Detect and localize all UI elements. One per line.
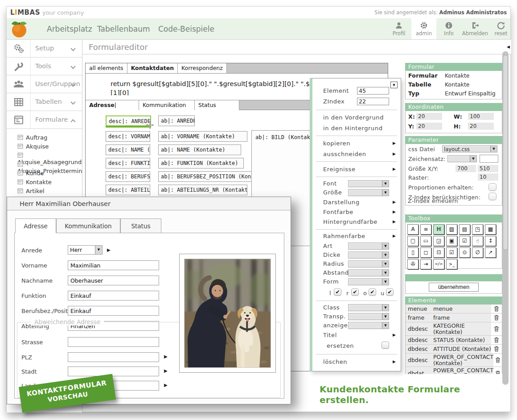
menu-item-titel[interactable]: Titel <box>323 332 337 338</box>
preview-tab-status[interactable]: Status <box>120 218 161 233</box>
element-list-row[interactable]: dbdescPOWER_OF_CONTACT (Kontakte) <box>406 354 502 367</box>
scrollbar-track[interactable] <box>502 51 509 385</box>
form-tab-adresse[interactable]: Adresse| <box>86 100 139 110</box>
zindex-renew-link[interactable]: Z-Index erneuern <box>408 198 458 204</box>
menu-item-vordergrund[interactable]: in den Vordergrund <box>323 114 384 121</box>
folder-icon[interactable]: ▭ <box>420 236 431 246</box>
menu-item-hintergrund[interactable]: in den Hintergrund <box>323 125 383 132</box>
berufsbez-input[interactable] <box>68 306 159 316</box>
nav-action-admin[interactable]: admin <box>411 18 436 39</box>
edge-checkbox-right[interactable]: ✔ <box>351 288 359 296</box>
database-icon[interactable]: ≡ <box>420 224 431 235</box>
edge-checkbox-left[interactable]: ✔ <box>334 288 341 296</box>
trash-icon[interactable] <box>491 313 502 322</box>
nav-item-tabellenbaum[interactable]: Tabellenbaum <box>97 25 150 33</box>
sidebar-item-tabellen[interactable]: Tabellen <box>7 93 82 111</box>
lookup-arrow-icon[interactable]: ▶ <box>107 247 111 252</box>
sidebar-form-akquise-absagegrund[interactable]: Akquise_Absagegrund <box>17 152 82 161</box>
zeichensatz-dropdown[interactable]: ▼ <box>447 155 477 162</box>
zeichensatz-input[interactable] <box>480 155 498 163</box>
phone-icon[interactable]: ▯ <box>407 247 419 258</box>
code-icon[interactable]: </> <box>433 259 444 269</box>
group-icon[interactable]: ◳ <box>472 224 483 235</box>
lookup-arrow-icon[interactable]: ▶ <box>164 354 168 359</box>
nachname-input[interactable] <box>68 276 159 285</box>
raster-value[interactable]: 10 <box>478 173 498 181</box>
lookup-arrow-icon[interactable]: ▶ <box>164 368 168 373</box>
sidebar-item-setup[interactable]: Setup <box>7 40 82 58</box>
coord-y-value[interactable]: 20 <box>416 123 442 130</box>
funktion-input[interactable] <box>68 291 159 301</box>
proportionen-checkbox[interactable] <box>488 183 496 191</box>
sidebar-item-tools[interactable]: Tools <box>7 58 82 75</box>
sidebar-item-formulare[interactable]: Formulare <box>7 111 82 129</box>
element-list-row[interactable]: dbdatPOWER_OF_CONTACT (Kontakte) <box>406 367 502 374</box>
tablet-icon[interactable]: ◻ <box>420 247 431 258</box>
form-element-desc-abteilung[interactable]: desc|: ABTEILUN <box>106 185 150 195</box>
form-tab-kommunikation[interactable]: Kommunikation <box>139 100 195 110</box>
groesse-y-value[interactable]: 510 <box>478 165 498 172</box>
trash-icon[interactable] <box>491 305 502 313</box>
anrede-select[interactable]: Herr▼ <box>68 245 103 255</box>
menu-item-darstellung[interactable]: Darstellung <box>323 199 360 206</box>
transp-dropdown[interactable]: ▼ <box>348 313 389 320</box>
plz-input[interactable] <box>68 352 159 362</box>
form-element-desc-anrede[interactable]: desc|: ANREDE ( <box>106 115 151 126</box>
scrollbar-thumb[interactable] <box>503 55 508 250</box>
form-element-ab-anrede[interactable]: ab|: ANREDE <box>158 115 195 126</box>
menu-collapse-icon[interactable]: ▼ <box>390 82 398 88</box>
menu-item-fontfarbe[interactable]: Fontfarbe <box>323 209 353 215</box>
sidebar-item-user-gruppen[interactable]: User/Gruppen <box>7 75 82 93</box>
form-tab-status[interactable]: Status <box>195 100 239 110</box>
radio-icon[interactable]: ⊙ <box>459 247 470 258</box>
attachment-icon[interactable]: ✇ <box>407 259 419 269</box>
terminal-icon[interactable]: >_ <box>446 259 457 269</box>
sidebar-form-akquise[interactable]: Akquise <box>17 143 49 152</box>
form-element-desc-vorname[interactable]: desc|: VORNAME <box>106 131 150 142</box>
form-element-ab-name[interactable]: ab|: NAME (Kontakte) <box>158 144 241 155</box>
menu-zindex-input[interactable] <box>357 98 389 105</box>
element-list-row[interactable]: dbdescATTITUDE (Kontakte) <box>406 345 502 354</box>
lookup-arrow-icon[interactable]: ▶ <box>164 383 168 387</box>
nav-action-reset[interactable]: reset <box>491 18 511 39</box>
element-list-row[interactable]: dbdescKATEGORIE (Kontakte) <box>406 322 502 336</box>
form-element-ab-vorname[interactable]: ab|: VORNAME (Kontakte) <box>158 131 247 142</box>
sidebar-form-kunde[interactable]: Kunde <box>17 170 44 179</box>
sidebar-form-akquise-projekttermin[interactable]: Akquise_Projekttermin <box>17 161 82 170</box>
element-list-row[interactable]: menuemenue <box>406 305 502 313</box>
coord-x-value[interactable]: 20 <box>416 113 442 120</box>
coord-h-value[interactable]: 20 <box>468 123 494 130</box>
collapse-panel-icon[interactable]: ◀ <box>507 45 510 49</box>
heading-icon[interactable]: H <box>433 224 444 235</box>
dicke-dropdown[interactable]: ▼ <box>348 251 389 259</box>
rounded-rect-icon[interactable]: ▢ <box>407 236 419 246</box>
nav-action-profil[interactable]: Profil <box>386 18 411 39</box>
limbas-logo-icon[interactable] <box>10 20 29 40</box>
menu-item-ausschneiden[interactable]: ausschneiden <box>323 151 366 157</box>
ersetzen-checkbox[interactable] <box>382 342 389 349</box>
css-file-dropdown[interactable]: layout.css▼ <box>442 145 497 152</box>
menu-item-rahmenfarbe[interactable]: Rahmenfarbe <box>323 233 365 239</box>
element-list-row[interactable]: dbdescSTATUS (Kontakte) <box>406 336 502 345</box>
trash-icon[interactable] <box>493 367 502 374</box>
radius-dropdown[interactable]: ▼ <box>348 260 389 268</box>
form-element-ab-berufsbez[interactable]: ab|: BERUFSBEZ_POSITION (Kont <box>158 171 254 182</box>
form-element-desc-berufsbez[interactable]: desc|: BERUFSBE <box>106 171 150 182</box>
trash-icon[interactable] <box>491 345 502 353</box>
hand-icon[interactable]: ☝ <box>472 236 483 246</box>
coord-w-value[interactable]: 100 <box>468 113 494 120</box>
form-icon[interactable]: ▤ <box>459 224 470 235</box>
trash-icon[interactable] <box>493 354 502 366</box>
menu-element-input[interactable] <box>357 87 389 95</box>
calendar-icon[interactable]: ▦ <box>485 224 496 235</box>
nav-item-arbeitsplatz[interactable]: Arbeitsplatz <box>47 25 92 33</box>
tab-korrespondenz[interactable]: Korrespondenz <box>178 63 227 73</box>
image-icon[interactable]: ▨ <box>446 224 457 235</box>
checkbox-filled-icon[interactable]: ☑ <box>459 236 470 246</box>
menu-item-loeschen[interactable]: löschen <box>323 358 347 365</box>
form-element-desc-funktion[interactable]: desc|: FUNKTION <box>106 158 150 169</box>
nav-action-info[interactable]: Info <box>436 18 461 39</box>
menu-item-kopieren[interactable]: kopieren <box>323 140 350 147</box>
strasse-input[interactable] <box>68 337 159 347</box>
frame-icon[interactable]: ▣ <box>446 236 457 246</box>
